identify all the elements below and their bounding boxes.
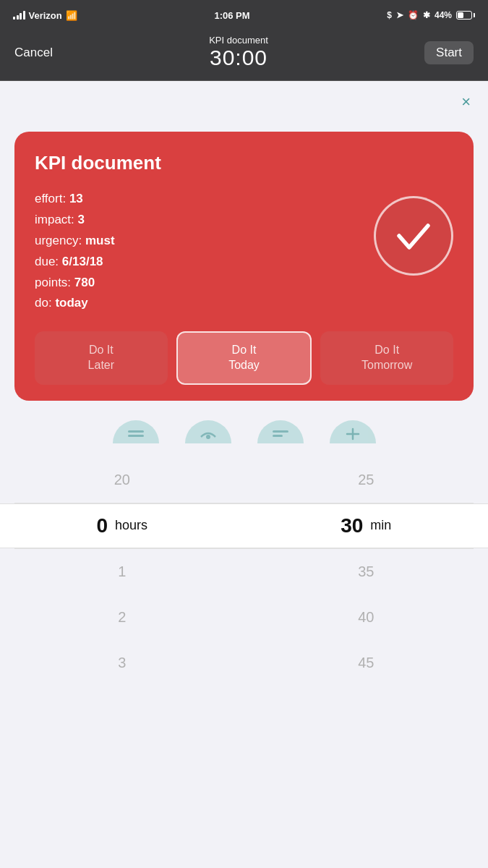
effort-value: 13 bbox=[69, 192, 83, 205]
selected-hours: 0 bbox=[96, 514, 108, 537]
hours-below2: 2 bbox=[0, 603, 244, 631]
hours-below1: 1 bbox=[0, 558, 244, 586]
selected-minutes: 30 bbox=[341, 514, 363, 537]
hours-above-col: 20 bbox=[0, 466, 244, 494]
svg-point-2 bbox=[206, 435, 210, 439]
task-arc-4 bbox=[330, 420, 376, 443]
svg-rect-1 bbox=[128, 435, 144, 437]
status-bar: Verizon 📶 1:06 PM $ ➤ ⏰ ✱ 44% bbox=[0, 0, 488, 29]
points-value: 780 bbox=[74, 276, 95, 289]
due-label: due: bbox=[35, 255, 59, 268]
impact-label: impact: bbox=[35, 213, 74, 226]
task-icons-row bbox=[0, 401, 488, 457]
nav-center: KPI document 30:00 bbox=[209, 35, 268, 70]
task-icon-3[interactable] bbox=[255, 414, 306, 450]
status-right: $ ➤ ⏰ ✱ 44% bbox=[387, 10, 475, 20]
minutes-below2: 40 bbox=[244, 603, 489, 631]
hours-below1-col: 1 bbox=[0, 558, 244, 586]
hours-below3: 3 bbox=[0, 649, 244, 677]
nav-timer: 30:00 bbox=[209, 46, 268, 70]
points-row: points: 780 bbox=[35, 273, 115, 294]
do-row: do: today bbox=[35, 293, 115, 314]
do-value: today bbox=[55, 296, 87, 310]
task-card: KPI document effort: 13 impact: 3 urgenc… bbox=[14, 132, 474, 401]
checkmark-icon bbox=[392, 214, 435, 258]
minutes-below3-col: 45 bbox=[244, 649, 489, 677]
selected-minutes-label: min bbox=[370, 518, 391, 533]
time-row-above: 20 25 bbox=[0, 457, 488, 503]
time-row-below2: 2 40 bbox=[0, 595, 488, 640]
minutes-below1: 35 bbox=[244, 558, 489, 586]
wifi-icon: 📶 bbox=[66, 10, 77, 21]
location-icon: $ bbox=[387, 10, 392, 20]
task-icon-2[interactable] bbox=[183, 414, 234, 450]
selected-hours-label: hours bbox=[115, 518, 147, 533]
points-label: points: bbox=[35, 276, 71, 289]
nav-bar: Cancel KPI document 30:00 Start bbox=[0, 29, 488, 81]
selected-hours-col: 0 hours bbox=[0, 514, 244, 537]
carrier-label: Verizon bbox=[29, 10, 62, 21]
selected-time-row: 0 hours 30 min bbox=[0, 503, 488, 548]
time-row-below1: 1 35 bbox=[0, 549, 488, 595]
cancel-button[interactable]: Cancel bbox=[14, 46, 53, 60]
time-picker: 20 25 0 hours 30 min 1 35 2 40 bbox=[0, 457, 488, 686]
navigation-icon: ➤ bbox=[396, 10, 403, 20]
minutes-above-col: 25 bbox=[244, 466, 489, 494]
effort-row: effort: 13 bbox=[35, 189, 115, 210]
due-row: due: 6/13/18 bbox=[35, 252, 115, 273]
alarm-icon: ⏰ bbox=[408, 10, 419, 20]
task-icon-4[interactable] bbox=[328, 414, 378, 450]
svg-rect-4 bbox=[273, 435, 283, 437]
card-body: effort: 13 impact: 3 urgency: must due: … bbox=[35, 189, 453, 314]
card-title: KPI document bbox=[35, 152, 453, 174]
do-it-today-button[interactable]: Do ItToday bbox=[176, 331, 312, 385]
due-value: 6/13/18 bbox=[62, 255, 103, 268]
nav-title: KPI document bbox=[209, 35, 268, 46]
hours-below2-col: 2 bbox=[0, 603, 244, 631]
task-icon-1[interactable] bbox=[111, 414, 161, 450]
selected-minutes-col: 30 min bbox=[244, 514, 489, 537]
impact-value: 3 bbox=[78, 213, 85, 226]
impact-row: impact: 3 bbox=[35, 210, 115, 231]
urgency-label: urgency: bbox=[35, 234, 82, 247]
main-content: × KPI document effort: 13 impact: 3 urge… bbox=[0, 81, 488, 401]
close-button[interactable]: × bbox=[461, 94, 471, 110]
minutes-above: 25 bbox=[244, 466, 489, 494]
status-time: 1:06 PM bbox=[214, 10, 249, 21]
start-button[interactable]: Start bbox=[424, 41, 474, 64]
signal-icon bbox=[13, 11, 25, 20]
battery-icon bbox=[456, 11, 475, 20]
hours-above: 20 bbox=[0, 466, 244, 494]
battery-label: 44% bbox=[435, 10, 452, 20]
bluetooth-icon: ✱ bbox=[423, 10, 430, 20]
time-row-below3: 3 45 bbox=[0, 640, 488, 686]
completion-circle bbox=[374, 196, 453, 276]
card-details: effort: 13 impact: 3 urgency: must due: … bbox=[35, 189, 115, 314]
svg-rect-0 bbox=[128, 430, 144, 433]
urgency-value: must bbox=[85, 234, 115, 247]
do-it-tomorrow-button[interactable]: Do ItTomorrow bbox=[320, 331, 453, 385]
action-buttons: Do ItLater Do ItToday Do ItTomorrow bbox=[35, 331, 453, 385]
svg-rect-3 bbox=[273, 430, 288, 433]
minutes-below2-col: 40 bbox=[244, 603, 489, 631]
task-arc-1 bbox=[113, 420, 159, 443]
status-left: Verizon 📶 bbox=[13, 10, 77, 21]
task-arc-3 bbox=[257, 420, 304, 443]
do-it-later-button[interactable]: Do ItLater bbox=[35, 331, 168, 385]
do-label: do: bbox=[35, 296, 52, 310]
hours-below3-col: 3 bbox=[0, 649, 244, 677]
task-arc-2 bbox=[185, 420, 231, 443]
effort-label: effort: bbox=[35, 192, 66, 205]
urgency-row: urgency: must bbox=[35, 231, 115, 252]
minutes-below3: 45 bbox=[244, 649, 489, 677]
minutes-below1-col: 35 bbox=[244, 558, 489, 586]
